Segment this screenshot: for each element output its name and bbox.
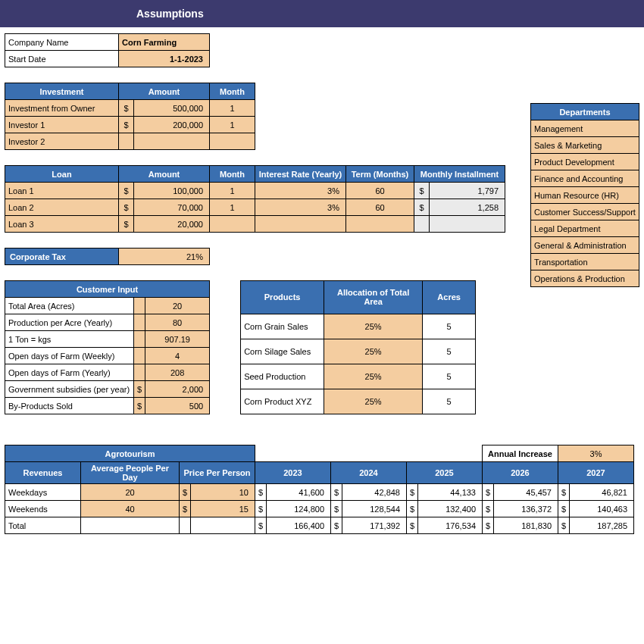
agro-title: Agrotourism [5,445,255,462]
dept-2: Product Development [531,154,639,170]
corporate-tax-table: Corporate Tax 21% [5,248,210,265]
inv-row2-cur [119,133,134,150]
loan-hdr-2: Month [210,166,255,183]
inv-row1-label: Investor 1 [5,117,119,133]
prod-hdr-0: Products [241,281,324,314]
loan0-term[interactable]: 60 [346,183,414,199]
loan0-inst: 1,797 [430,183,505,199]
company-name-label: Company Name [5,34,119,51]
customer-input-table: Customer Input Total Area (Acres) 20 Pro… [5,280,210,414]
loan1-label: Loan 2 [5,199,119,216]
agro0-2026: 45,457 [494,484,558,501]
loan2-term[interactable] [346,216,414,233]
agro0-c2: $ [255,484,267,501]
agro0-2025: 44,133 [418,484,483,501]
inv-row0-label: Investment from Owner [5,100,119,117]
ci3-val[interactable]: 4 [145,348,210,364]
annual-increase-value[interactable]: 3% [558,445,634,462]
ci4-cur [134,364,145,381]
agro2-c4: $ [407,517,418,534]
inv-row1-amount[interactable]: 200,000 [134,117,210,133]
agro-hdr-4: 2024 [331,462,407,484]
ci1-lbl: Production per Acre (Yearly) [5,314,134,331]
ci5-lbl: Government subsidies (per year) [5,381,134,398]
agro2-c2: $ [255,517,267,534]
agro1-c5: $ [483,501,494,517]
cust-header: Customer Input [5,281,210,298]
agro0-price[interactable]: 10 [191,484,255,501]
agro-hdr-0: Revenues [5,462,81,484]
agro-hdr-2: Price Per Person [180,462,255,484]
loan1-month[interactable]: 1 [210,199,255,216]
inv-row0-amount[interactable]: 500,000 [134,100,210,117]
inv-row2-month[interactable] [210,133,255,150]
ci6-val[interactable]: 500 [145,398,210,414]
loan-hdr-5: Monthly Installment [414,166,505,183]
agro2-2025: 176,534 [418,517,483,534]
inv-row1-month[interactable]: 1 [210,117,255,133]
loan2-month[interactable] [210,216,255,233]
p1-acres: 5 [423,339,476,364]
agro1-cur1: $ [180,501,191,517]
agro0-c4: $ [407,484,418,501]
loan0-rate[interactable]: 3% [255,183,346,199]
ci2-val[interactable]: 907.19 [145,331,210,348]
loan1-amount[interactable]: 70,000 [134,199,210,216]
inv-row0-month[interactable]: 1 [210,100,255,117]
page-title: Assumptions [0,0,644,27]
agro0-c6: $ [558,484,570,501]
ci5-val[interactable]: 2,000 [145,381,210,398]
ci6-cur: $ [134,398,145,414]
agro2-c5: $ [483,517,494,534]
ci0-lbl: Total Area (Acres) [5,298,134,314]
ci1-val[interactable]: 80 [145,314,210,331]
company-name-value[interactable]: Corn Farming [119,34,210,51]
ci2-lbl: 1 Ton = kgs [5,331,134,348]
p1-lbl: Corn Silage Sales [241,339,324,364]
dept-9: Operations & Production [531,270,639,287]
inv-row1-cur: $ [119,117,134,133]
agro0-avg[interactable]: 20 [81,484,180,501]
ci4-val[interactable]: 208 [145,364,210,381]
ci0-cur [134,298,145,314]
agro0-2024: 42,848 [342,484,407,501]
loan0-amount[interactable]: 100,000 [134,183,210,199]
p2-lbl: Seed Production [241,364,324,389]
annual-increase-label: Annual Increase [483,445,558,462]
inv-row2-amount[interactable] [134,133,210,150]
investment-hdr-2: Month [210,83,255,100]
ci4-lbl: Open days of Farm (Yearly) [5,364,134,381]
loan2-rate[interactable] [255,216,346,233]
loan-table: Loan Amount Month Interest Rate (Yearly)… [5,165,505,233]
agro1-2025: 132,400 [418,501,483,517]
agro1-avg[interactable]: 40 [81,501,180,517]
loan1-term[interactable]: 60 [346,199,414,216]
agro0-2027: 46,821 [570,484,634,501]
corp-tax-value[interactable]: 21% [119,249,210,265]
agro1-2024: 128,544 [342,501,407,517]
start-date-value[interactable]: 1-1-2023 [119,51,210,67]
loan2-amount[interactable]: 20,000 [134,216,210,233]
agro1-price[interactable]: 15 [191,501,255,517]
p3-acres: 5 [423,389,476,414]
loan1-inst: 1,258 [430,199,505,216]
agro1-2023: 124,800 [267,501,331,517]
agro2-lbl: Total [5,517,81,534]
p3-alloc[interactable]: 25% [324,389,423,414]
p0-alloc[interactable]: 25% [324,314,423,339]
loan-hdr-4: Term (Months) [346,166,414,183]
p1-alloc[interactable]: 25% [324,339,423,364]
loan1-rate[interactable]: 3% [255,199,346,216]
p2-alloc[interactable]: 25% [324,364,423,389]
loan0-month[interactable]: 1 [210,183,255,199]
investment-hdr-1: Amount [119,83,210,100]
dept-3: Finance and Accounting [531,170,639,187]
agro-hdr-1: Average People Per Day [81,462,180,484]
ci0-val[interactable]: 20 [145,298,210,314]
agro2-cur1 [180,517,191,534]
p3-lbl: Corn Product XYZ [241,389,324,414]
agro1-c4: $ [407,501,418,517]
loan0-cur2: $ [414,183,430,199]
start-date-label: Start Date [5,51,119,67]
investment-table: Investment Amount Month Investment from … [5,83,255,150]
